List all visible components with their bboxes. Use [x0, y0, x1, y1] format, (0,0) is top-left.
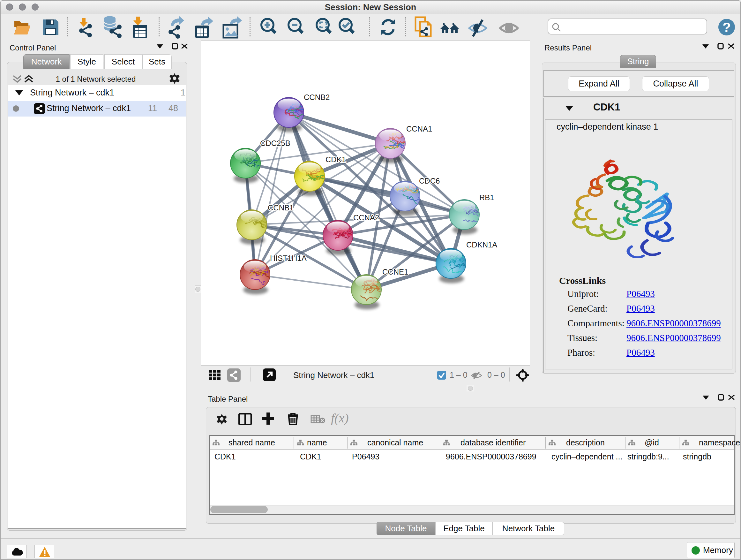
svg-text:?: ?	[723, 20, 731, 35]
svg-text:CCNA1: CCNA1	[406, 125, 432, 133]
svg-text:CDK1: CDK1	[326, 155, 346, 164]
svg-text:CDC25B: CDC25B	[260, 139, 290, 147]
svg-text:CDKN1A: CDKN1A	[466, 240, 497, 249]
svg-text:CCNB2: CCNB2	[304, 93, 330, 102]
svg-text:CDC6: CDC6	[419, 177, 440, 185]
svg-text:RB1: RB1	[479, 193, 494, 202]
svg-text:CCNB1: CCNB1	[268, 203, 293, 212]
svg-text:CCNE1: CCNE1	[382, 267, 408, 276]
svg-text:CCNA2: CCNA2	[353, 213, 379, 222]
svg-text:HIST1H1A: HIST1H1A	[270, 254, 307, 262]
